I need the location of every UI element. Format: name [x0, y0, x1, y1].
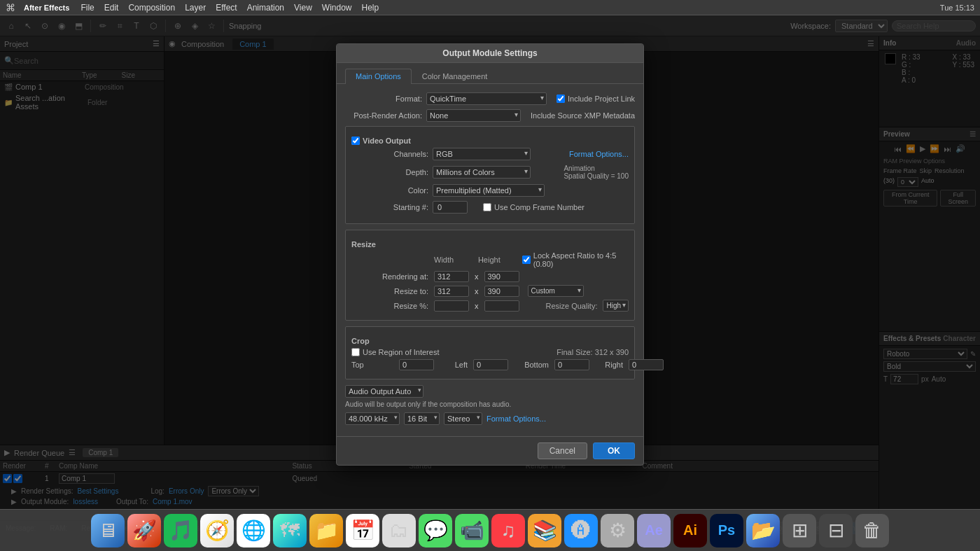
menu-window[interactable]: Window — [322, 3, 352, 13]
audio-channels-select[interactable]: Stereo — [444, 412, 482, 425]
format-select[interactable]: QuickTime — [426, 92, 547, 105]
resize-preset-select[interactable]: Custom — [528, 285, 584, 297]
post-render-row: Post-Render Action: None Include Source … — [345, 109, 635, 122]
post-render-select[interactable]: None — [426, 109, 521, 122]
dock-folders[interactable]: 📁 — [309, 514, 343, 547]
use-region-checkbox[interactable] — [351, 348, 360, 356]
modal-footer: Cancel OK — [337, 436, 643, 465]
audio-depth-select[interactable]: 16 Bit — [404, 412, 440, 425]
dock-maps[interactable]: 🗺 — [273, 514, 307, 547]
dock-launchpad[interactable]: 🚀 — [127, 514, 161, 547]
lock-aspect-checkbox[interactable] — [522, 256, 531, 264]
dock-messages[interactable]: 💬 — [419, 514, 452, 547]
cancel-button[interactable]: Cancel — [538, 442, 587, 459]
resize-pct-w[interactable] — [434, 300, 469, 312]
include-project-link-checkbox[interactable] — [556, 95, 565, 103]
resize-quality-select[interactable]: High — [603, 300, 629, 312]
color-select[interactable]: Premultiplied (Matted) — [433, 184, 545, 197]
resize-quality-label: Resize Quality: — [546, 302, 598, 310]
resize-pct-h[interactable] — [484, 300, 519, 312]
dock-chrome[interactable]: 🌐 — [237, 514, 270, 547]
channels-select[interactable]: RGB — [433, 148, 531, 160]
dock: 🖥 🚀 🎵 🧭 🌐 🗺 📁 📅 🗂 💬 📹 ♫ 📚 🅐 ⚙ Ae Ai Ps 📂… — [0, 509, 980, 551]
apple-icon[interactable]: ⌘ — [6, 2, 15, 13]
dock-appstore[interactable]: 🅐 — [564, 514, 598, 547]
app-name: After Effects — [24, 4, 69, 12]
resize-wh-labels: Width Height Lock Aspect Ratio to 4:5 (0… — [351, 251, 629, 268]
menu-help[interactable]: Help — [362, 3, 379, 13]
left-label: Left — [440, 361, 468, 369]
resize-to-row: Resize to: x Custom — [351, 285, 629, 297]
dock-safari[interactable]: 🧭 — [200, 514, 234, 547]
tab-color-management[interactable]: Color Management — [412, 69, 498, 83]
animation-label: Animation — [564, 165, 629, 172]
dock-itunes[interactable]: ♫ — [491, 514, 525, 547]
video-output-checkbox[interactable] — [351, 137, 360, 145]
color-row: Color: Premultiplied (Matted) — [351, 184, 629, 197]
dock-ibooks[interactable]: 📚 — [528, 514, 561, 547]
rendering-at-w[interactable] — [434, 271, 469, 282]
dock-finder2[interactable]: 🗂 — [382, 514, 416, 547]
menu-bar: ⌘ After Effects File Edit Composition La… — [0, 0, 980, 15]
include-project-link-label: Include Project Link — [568, 95, 635, 103]
color-label: Color: — [351, 186, 428, 195]
dock-unk1[interactable]: ⊞ — [783, 514, 816, 547]
rendering-at-h[interactable] — [484, 271, 519, 282]
use-comp-frame-checkbox[interactable] — [483, 203, 491, 211]
menu-file[interactable]: File — [80, 3, 94, 13]
dock-unk2[interactable]: ⊟ — [819, 514, 853, 547]
menu-composition[interactable]: Composition — [128, 3, 175, 13]
dock-photoshop[interactable]: Ps — [710, 514, 743, 547]
post-render-label: Post-Render Action: — [345, 111, 422, 120]
audio-format-options-btn[interactable]: Format Options... — [486, 414, 546, 423]
dock-trash[interactable]: 🗑 — [855, 514, 889, 547]
dock-sysprefs[interactable]: ⚙ — [601, 514, 634, 547]
include-xmp-label: Include Source XMP Metadata — [531, 111, 635, 120]
animation-spatial: Animation Spatial Quality = 100 — [564, 165, 629, 180]
menu-layer[interactable]: Layer — [185, 3, 206, 13]
tab-main-options[interactable]: Main Options — [345, 69, 412, 84]
menu-view[interactable]: View — [294, 3, 312, 13]
resize-header: Resize — [351, 240, 629, 249]
height-label: Height — [478, 256, 517, 264]
menu-effect[interactable]: Effect — [216, 3, 237, 13]
dock-illustrator[interactable]: Ai — [673, 514, 707, 547]
video-output-label: Video Output — [363, 137, 411, 145]
crop-section: Crop Use Region of Interest Final Size: … — [345, 326, 635, 379]
color-select-wrap: Premultiplied (Matted) — [433, 184, 545, 197]
audio-output-select[interactable]: Audio Output Auto — [345, 385, 424, 398]
format-options-btn[interactable]: Format Options... — [569, 150, 629, 158]
crop-label: Crop — [351, 337, 370, 345]
menu-clock: Tue 15:13 — [940, 4, 974, 12]
depth-select[interactable]: Millions of Colors — [433, 166, 531, 179]
dock-facetime[interactable]: 📹 — [455, 514, 489, 547]
dock-calendar[interactable]: 📅 — [346, 514, 379, 547]
menu-edit[interactable]: Edit — [104, 3, 119, 13]
spatial-quality: Spatial Quality = 100 — [564, 172, 629, 180]
use-comp-frame-label: Use Comp Frame Number — [494, 203, 584, 211]
channels-row: Channels: RGB Format Options... — [351, 148, 629, 160]
dock-finder3[interactable]: 📂 — [746, 514, 780, 547]
format-select-wrap: QuickTime — [426, 92, 547, 105]
dock-spotify[interactable]: 🎵 — [164, 514, 197, 547]
resize-to-w[interactable] — [434, 286, 469, 297]
right-input[interactable] — [629, 359, 664, 370]
crop-header: Crop — [351, 337, 629, 345]
lock-aspect-check: Lock Aspect Ratio to 4:5 (0.80) — [522, 251, 629, 268]
bottom-input[interactable] — [554, 359, 589, 370]
resize-to-h[interactable] — [484, 286, 519, 297]
audio-rate-select[interactable]: 48.000 kHz — [345, 412, 400, 425]
format-label: Format: — [345, 95, 422, 103]
top-input[interactable] — [399, 359, 434, 370]
dock-finder[interactable]: 🖥 — [91, 514, 125, 547]
menu-animation[interactable]: Animation — [247, 3, 284, 13]
starting-hash-input[interactable] — [433, 201, 468, 214]
dock-aftereffects[interactable]: Ae — [637, 514, 671, 547]
audio-depth-wrap: 16 Bit — [404, 412, 440, 425]
audio-channels-wrap: Stereo — [444, 412, 482, 425]
ok-button[interactable]: OK — [593, 442, 635, 459]
format-row: Format: QuickTime Include Project Link — [345, 92, 635, 105]
rendering-at-row: Rendering at: x — [351, 271, 629, 282]
video-output-section: Video Output Channels: RGB Format Option… — [345, 126, 635, 224]
left-input[interactable] — [473, 359, 508, 370]
